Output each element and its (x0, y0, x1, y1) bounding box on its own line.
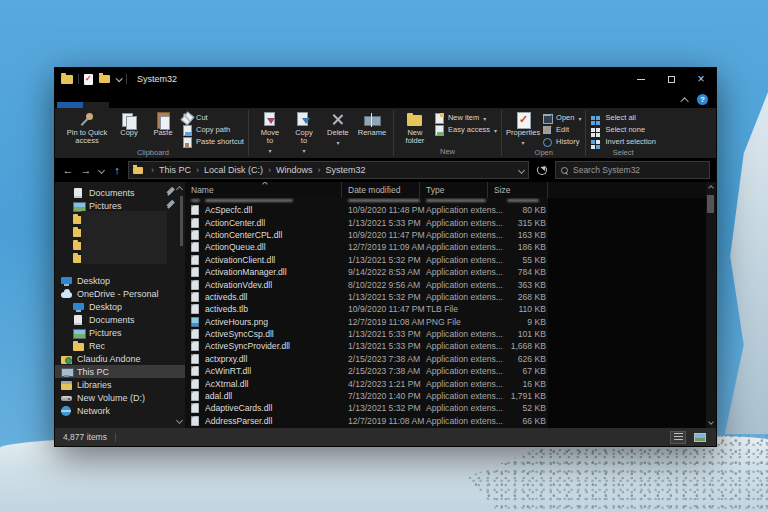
breadcrumb-segment[interactable]: Local Disk (C:) (191, 165, 263, 175)
sidebar-item[interactable]: Claudiu Andone (55, 352, 185, 365)
file-row[interactable]: AddressParser.dll 12/7/2019 11:08 AM App… (185, 415, 548, 427)
column-header-date-modified[interactable]: Date modified (342, 182, 420, 198)
new-folder-qat-icon[interactable] (99, 75, 110, 83)
ribbon-tab[interactable] (57, 102, 83, 108)
breadcrumb-segment[interactable]: This PC (146, 165, 191, 175)
scroll-up-icon[interactable] (708, 185, 714, 191)
customize-qat-chevron-icon[interactable] (116, 75, 123, 82)
sidebar-item[interactable]: Documents (55, 313, 185, 326)
ribbon-small-button[interactable]: Copy path (182, 124, 244, 135)
maximize-button[interactable] (656, 68, 686, 90)
ribbon-small-button[interactable]: Paste shortcut (182, 136, 244, 147)
recent-locations-chevron-icon[interactable] (98, 166, 105, 173)
ribbon-strip-right: ? (683, 94, 708, 105)
sidebar-item[interactable] (55, 264, 185, 274)
file-row[interactable]: AcSpecfc.dll 10/9/2020 11:48 PM Applicat… (185, 204, 548, 216)
close-button[interactable]: × (686, 68, 716, 90)
file-type: Application extens... (426, 242, 494, 252)
file-row[interactable]: activeds.dll 1/13/2021 5:32 PM Applicati… (185, 291, 548, 303)
ribbon-group-clipboard: Pin to Quick access Copy Paste Cut (59, 108, 247, 158)
sidebar-item[interactable]: This PC (55, 365, 185, 378)
forward-button[interactable]: → (79, 164, 93, 176)
refresh-icon[interactable] (533, 161, 551, 179)
file-row[interactable]: ActiveSyncProvider.dll 1/13/2021 5:33 PM… (185, 340, 548, 352)
file-date-modified: 10/9/2020 11:48 PM (348, 205, 426, 215)
ribbon-small-button[interactable]: Open (542, 112, 581, 123)
ribbon-button[interactable]: Delete (321, 110, 355, 155)
breadcrumb-segment[interactable]: System32 (313, 165, 366, 175)
sidebar-item[interactable]: Libraries (55, 378, 185, 391)
file-row[interactable]: ActionCenterCPL.dll 10/9/2020 11:47 PM A… (185, 229, 548, 241)
file-row[interactable]: AdaptiveCards.dll 1/13/2021 5:32 PM Appl… (185, 402, 548, 414)
sidebar-item[interactable]: Network (55, 404, 185, 417)
column-header-size[interactable]: Size (488, 182, 548, 198)
sidebar-item[interactable]: Desktop (55, 274, 185, 287)
ribbon-button[interactable]: Rename (355, 110, 389, 155)
file-row[interactable]: ActiveSyncCsp.dll 1/13/2021 5:33 PM Appl… (185, 328, 548, 340)
ribbon-small-button[interactable]: History (542, 136, 581, 147)
file-row[interactable]: ActivationClient.dll 1/13/2021 5:32 PM A… (185, 254, 548, 266)
ribbon-tab[interactable] (109, 102, 135, 108)
file-row[interactable]: AcXtrnal.dll 4/12/2023 1:21 PM Applicati… (185, 377, 548, 389)
file-row[interactable]: ActionQueue.dll 12/7/2019 11:09 AM Appli… (185, 241, 548, 253)
sidebar-item-icon (61, 276, 72, 286)
file-row[interactable]: ActivationManager.dll 9/14/2022 8:53 AM … (185, 266, 548, 278)
column-header-type[interactable]: Type (420, 182, 488, 198)
ribbon-small-icon (591, 128, 595, 132)
scrollbar-thumb[interactable] (707, 195, 714, 213)
sidebar-scroll-down-icon[interactable] (176, 417, 183, 424)
ribbon-small-button[interactable]: Select none (590, 124, 655, 135)
sidebar-item[interactable]: Desktop (55, 300, 185, 313)
file-row[interactable]: adal.dll 7/13/2020 1:40 PM Application e… (185, 390, 548, 402)
ribbon-button[interactable]: Paste (146, 110, 180, 145)
scroll-down-icon[interactable] (708, 419, 714, 425)
title-bar[interactable]: System32 × (55, 68, 716, 90)
search-box[interactable] (555, 161, 710, 179)
up-button[interactable]: ↑ (110, 164, 124, 176)
ribbon-button[interactable]: Properties (506, 110, 540, 147)
file-name: ActionQueue.dll (205, 242, 348, 252)
ribbon-small-button[interactable]: New item (434, 112, 497, 123)
breadcrumb[interactable]: This PCLocal Disk (C:)WindowsSystem32 (128, 161, 529, 179)
ribbon-tab[interactable] (135, 102, 161, 108)
file-type: Application extens... (426, 391, 494, 401)
properties-qat-icon[interactable] (84, 74, 93, 85)
ribbon-button[interactable]: Copy to (287, 110, 321, 155)
breadcrumb-segment[interactable]: Windows (263, 165, 313, 175)
file-row[interactable]: actxprxy.dll 2/15/2023 7:38 AM Applicati… (185, 353, 548, 365)
ribbon-tab[interactable] (83, 102, 109, 108)
sidebar-item[interactable]: Rec (55, 339, 185, 352)
vertical-scrollbar[interactable] (706, 182, 716, 428)
file-row[interactable]: activeds.tlb 10/9/2020 11:47 PM TLB File… (185, 303, 548, 315)
back-button[interactable]: ← (61, 164, 75, 176)
file-type-icon (191, 366, 199, 376)
search-input[interactable] (573, 165, 704, 175)
ribbon-button[interactable]: Copy (112, 110, 146, 145)
minimize-button[interactable] (626, 68, 656, 90)
file-row[interactable]: ActivationVdev.dll 8/10/2022 9:56 AM App… (185, 278, 548, 290)
sidebar-item[interactable]: OneDrive - Personal (55, 287, 185, 300)
ribbon-small-button[interactable]: Select all (590, 112, 655, 123)
ribbon-button[interactable]: New folder (398, 110, 432, 145)
details-view-button[interactable] (670, 431, 686, 444)
file-row[interactable]: ActionCenter.dll 1/13/2021 5:33 PM Appli… (185, 216, 548, 228)
file-row[interactable]: AcWinRT.dll 2/15/2023 7:38 AM Applicatio… (185, 365, 548, 377)
sidebar-scrollbar-thumb[interactable] (180, 196, 183, 246)
sidebar-item[interactable]: New Volume (D:) (55, 391, 185, 404)
ribbon-small-button[interactable]: Easy access (434, 124, 497, 135)
ribbon-small-button[interactable]: Edit (542, 124, 581, 135)
close-icon: × (697, 74, 704, 84)
file-date-modified: 10/9/2020 11:47 PM (348, 304, 426, 314)
ribbon-button[interactable]: Pin to Quick access (62, 110, 112, 145)
help-icon[interactable]: ? (697, 94, 708, 105)
file-row[interactable]: ActiveHours.png 12/7/2019 11:08 AM PNG F… (185, 316, 548, 328)
sidebar-item[interactable]: Pictures (55, 326, 185, 339)
address-dropdown-chevron-icon[interactable] (518, 166, 525, 173)
ribbon-button[interactable]: Move to (253, 110, 287, 155)
sidebar-item[interactable]: Documents (55, 186, 185, 199)
dropdown-chevron-icon (483, 113, 486, 123)
file-type: Application extens... (426, 403, 494, 413)
ribbon-small-button[interactable]: Cut (182, 112, 244, 123)
thumbnails-view-button[interactable] (692, 431, 708, 444)
ribbon-small-button[interactable]: Invert selection (590, 136, 655, 147)
